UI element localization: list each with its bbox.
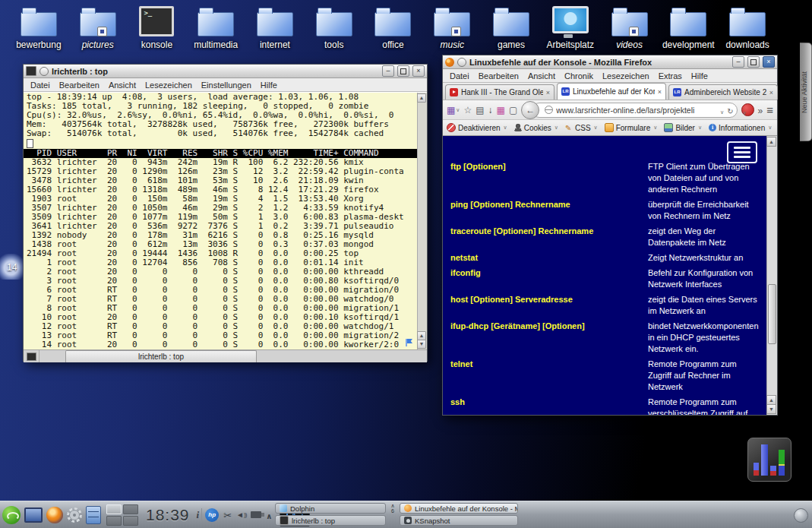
klipper-scissors-icon[interactable]: [223, 508, 232, 522]
konsole-titlebar[interactable]: lrichterlb : top – ×: [24, 65, 427, 78]
devtoolbar-menu[interactable]: Bilder: [664, 123, 702, 132]
file-manager-icon[interactable]: [86, 506, 101, 524]
chevron-up-icon[interactable]: ∧: [390, 503, 394, 508]
addon-grid-menu-button[interactable]: ▦: [447, 106, 460, 115]
desktop-4-cell[interactable]: [123, 516, 138, 526]
menu-item[interactable]: Chronik: [561, 71, 597, 81]
new-session-button[interactable]: [24, 350, 39, 362]
desktop-icon[interactable]: music: [422, 5, 482, 50]
trash-button[interactable]: ▢: [509, 106, 517, 115]
desktop-icon[interactable]: videos: [600, 5, 659, 50]
minimize-button[interactable]: –: [732, 56, 744, 68]
konsole-app-icon[interactable]: [26, 66, 36, 76]
desktop-icon[interactable]: Arbeitsplatz: [541, 5, 600, 50]
firefox-app-icon[interactable]: [445, 58, 454, 67]
url-bar[interactable]: www.larsrichter-online.de/lars/projektel…: [532, 103, 737, 118]
menu-item[interactable]: Extras: [655, 71, 686, 81]
firefox-launcher-icon[interactable]: [46, 507, 63, 523]
terminal-scrollbar[interactable]: ▲ ▲ ▼: [417, 93, 427, 349]
scroll-up-icon[interactable]: ▲: [417, 93, 426, 103]
back-button[interactable]: ←: [521, 101, 539, 119]
clipboard-button[interactable]: ▤: [476, 106, 484, 115]
site-identity-globe-icon[interactable]: [545, 106, 553, 114]
url-dropdown-icon[interactable]: [719, 103, 724, 117]
menu-item[interactable]: Datei: [446, 71, 473, 81]
menu-item[interactable]: Bearbeiten: [475, 71, 523, 81]
taskbar-window-button[interactable]: KSnapshot: [400, 515, 518, 526]
firefox-titlebar[interactable]: Linuxbefehle auf der Konsole - Mozilla F…: [443, 55, 777, 69]
bookmark-star-button[interactable]: ☆: [463, 106, 472, 115]
info-icon[interactable]: i: [194, 509, 202, 521]
session-tab[interactable]: lrichterlb : top: [65, 350, 257, 362]
desktop-icon[interactable]: bewerbung: [9, 5, 68, 50]
menu-item[interactable]: Ansicht: [105, 81, 140, 90]
panel-toolbox-cashew[interactable]: [794, 508, 808, 523]
minimize-button[interactable]: –: [382, 65, 394, 77]
desktop-icon[interactable]: multimedia: [186, 5, 245, 50]
window-pin-button[interactable]: [39, 67, 49, 76]
taskbar-window-button[interactable]: Dolphin: [275, 503, 386, 514]
desktop-1-cell[interactable]: [106, 504, 122, 514]
adblock-plus-button[interactable]: [741, 103, 754, 116]
close-button[interactable]: ×: [412, 65, 425, 77]
menu-item[interactable]: Lesezeichen: [599, 71, 653, 81]
terminal-output-area[interactable]: top - 18:39:14 up 4:08, 3 users, load av…: [24, 92, 427, 349]
page-scrollbar[interactable]: ▲ ▲ ▼: [766, 136, 777, 415]
page-nav-hamburger-button[interactable]: [727, 141, 757, 163]
menu-item[interactable]: Ansicht: [524, 71, 559, 81]
taskbar-window-button[interactable]: lrichterlb : top: [275, 515, 386, 526]
scroll-up-icon[interactable]: ▲: [766, 137, 776, 147]
devtoolbar-menu[interactable]: Informationen: [709, 124, 772, 132]
tab-close-icon[interactable]: ×: [658, 88, 662, 96]
scrollbar-thumb[interactable]: [768, 284, 776, 344]
desktop-icon[interactable]: pictures: [68, 5, 128, 50]
close-button[interactable]: ×: [763, 56, 775, 68]
desktop-2-cell[interactable]: [123, 504, 138, 514]
desktop-icon[interactable]: games: [482, 5, 541, 50]
menu-item[interactable]: Hilfe: [257, 81, 281, 90]
digital-clock[interactable]: 18:39: [146, 506, 190, 524]
firefox-menu-button[interactable]: [766, 103, 773, 117]
overflow-chevron-icon[interactable]: [758, 103, 763, 117]
show-desktop-icon[interactable]: [24, 507, 43, 523]
volume-speaker-icon[interactable]: [236, 511, 246, 519]
tab-close-icon[interactable]: ×: [546, 89, 550, 96]
browser-tab[interactable]: Hank III - The Grand Ole ... ×: [445, 84, 554, 100]
new-activity-side-tab[interactable]: Neue Aktivität: [800, 43, 812, 141]
addon-grid-button[interactable]: ▦: [497, 106, 505, 115]
menu-item[interactable]: Hilfe: [687, 71, 712, 81]
scroll-down-icon[interactable]: ▼: [766, 404, 776, 414]
desktop-icon[interactable]: internet: [245, 5, 305, 50]
devtoolbar-menu[interactable]: Formulare: [605, 123, 658, 132]
devtoolbar-menu[interactable]: Deaktivieren: [447, 123, 507, 132]
menu-item[interactable]: Datei: [27, 81, 54, 90]
url-text[interactable]: www.larsrichter-online.de/lars/projektel…: [556, 106, 716, 115]
usb-device-icon[interactable]: [251, 511, 261, 518]
settings-gear-icon[interactable]: [67, 507, 82, 523]
menu-item[interactable]: Bearbeiten: [55, 81, 103, 90]
devtoolbar-menu[interactable]: CSS: [565, 124, 598, 132]
desktop-icon[interactable]: tools: [305, 5, 364, 50]
desktop-icon[interactable]: development: [659, 5, 718, 50]
maximize-button[interactable]: [747, 56, 760, 68]
browser-tab[interactable]: Adminbereich Website 2... ×: [668, 84, 778, 100]
app-launcher-icon[interactable]: [2, 506, 21, 524]
desktop-icon[interactable]: konsole: [128, 5, 187, 50]
desktop-icon[interactable]: office: [364, 5, 423, 50]
system-load-chart-widget[interactable]: [747, 438, 791, 482]
tab-close-icon[interactable]: ×: [769, 89, 773, 96]
download-button[interactable]: ↓: [488, 106, 493, 115]
window-pin-button[interactable]: [457, 58, 466, 67]
maximize-button[interactable]: [397, 65, 409, 77]
browser-tab[interactable]: Linuxbefehle auf der Kon... ×: [557, 83, 666, 100]
taskbar-window-button[interactable]: Linuxbefehle auf der Konsole - Moz...: [400, 503, 518, 514]
devtoolbar-menu[interactable]: Cookies: [514, 124, 558, 132]
menu-item[interactable]: Einstellungen: [197, 81, 255, 90]
hp-tray-icon[interactable]: hp: [205, 508, 219, 522]
tasklist-scroll-spinner[interactable]: ∧ 6: [387, 503, 398, 514]
menu-item[interactable]: Lesezeichen: [141, 81, 196, 90]
desktop-3-cell[interactable]: [106, 516, 122, 526]
desktop-icon[interactable]: downloads: [718, 5, 777, 50]
scroll-down-icon[interactable]: ▼: [417, 340, 426, 349]
tray-collapse-icon[interactable]: [266, 508, 272, 522]
